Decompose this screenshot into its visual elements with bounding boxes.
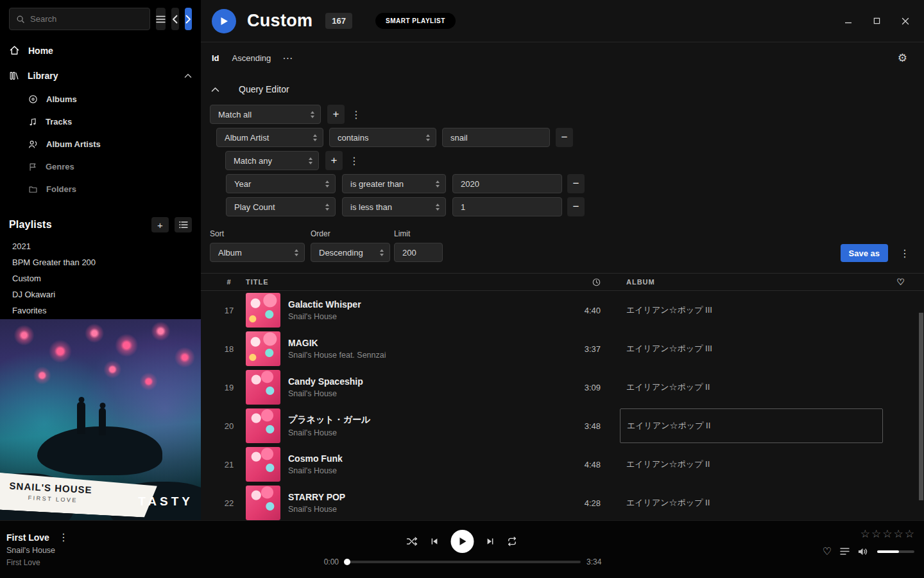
sidebar-item-label: Albums <box>46 94 77 104</box>
total-time: 3:34 <box>586 557 610 566</box>
minus-icon: − <box>573 200 579 213</box>
sidebar-nav: Home Library Albums <box>0 38 201 200</box>
star-icon[interactable]: ☆ <box>894 527 903 541</box>
favorite-heart-icon[interactable]: ♡ <box>823 545 832 557</box>
add-rule-button[interactable]: + <box>325 151 343 170</box>
select-carets-icon <box>380 249 384 256</box>
now-playing-menu-icon[interactable]: ⋮ <box>58 531 67 543</box>
table-row[interactable]: 21 Cosmo Funk Snail's House 4:48 エイリアン☆ポ… <box>201 445 924 484</box>
limit-label: Limit <box>394 229 443 238</box>
column-album[interactable]: ALBUM <box>620 278 883 286</box>
table-row[interactable]: 18 MAGIK Snail's House feat. Sennzai 3:3… <box>201 329 924 368</box>
table-row[interactable]: 17 Galactic Whisper Snail's House 4:40 エ… <box>201 291 924 329</box>
queue-icon[interactable] <box>840 547 850 556</box>
group-menu-icon[interactable]: ⋮ <box>349 155 358 167</box>
rule-value-input[interactable] <box>442 128 550 147</box>
playlist-item[interactable]: BPM Greater than 200 <box>0 254 201 270</box>
next-track-button[interactable] <box>486 537 495 546</box>
playlist-list-button[interactable] <box>175 217 192 232</box>
maximize-button[interactable] <box>873 17 880 24</box>
sort-field-button[interactable]: Id <box>212 53 219 63</box>
star-icon[interactable]: ☆ <box>871 527 881 541</box>
sidebar-item-folders[interactable]: Folders <box>0 178 201 200</box>
match-type-select[interactable]: Match any <box>225 151 319 170</box>
seek-bar[interactable] <box>345 561 581 563</box>
sidebar-item-albums[interactable]: Albums <box>0 88 201 110</box>
album-art-thumbnail <box>246 331 280 366</box>
column-index[interactable]: # <box>218 278 241 286</box>
star-icon[interactable]: ☆ <box>860 527 870 541</box>
seek-handle[interactable] <box>344 559 350 565</box>
add-playlist-button[interactable]: + <box>151 217 169 232</box>
nav-forward-button[interactable] <box>185 8 193 30</box>
rule-operator-select[interactable]: is greater than <box>342 174 446 193</box>
star-icon[interactable]: ☆ <box>905 527 914 541</box>
more-options-icon[interactable]: ⋯ <box>282 52 293 64</box>
chevron-up-icon[interactable] <box>184 73 192 78</box>
track-title: STARRY POP <box>288 492 556 502</box>
rule-operator-select[interactable]: contains <box>329 128 436 147</box>
sidebar-item-tracks[interactable]: Tracks <box>0 110 201 133</box>
column-title[interactable]: TITLE <box>246 278 556 286</box>
minimize-button[interactable] <box>844 17 852 25</box>
query-editor: Query Editor Match all + ⋮ Album Artist … <box>201 82 924 216</box>
sidebar-item-album-artists[interactable]: Album Artists <box>0 133 201 155</box>
collapse-button[interactable] <box>211 87 219 92</box>
star-icon[interactable]: ☆ <box>882 527 892 541</box>
rule-value-input[interactable] <box>452 197 562 216</box>
remove-rule-button[interactable]: − <box>567 197 585 216</box>
table-row[interactable]: 22 STARRY POP Snail's House 4:28 エイリアン☆ポ… <box>201 484 924 520</box>
playlist-item[interactable]: Custom <box>0 270 201 286</box>
menu-button[interactable] <box>156 8 166 30</box>
scrollbar-thumb[interactable] <box>919 313 923 500</box>
hamburger-icon <box>156 15 166 23</box>
sort-direction-button[interactable]: Ascending <box>232 53 271 63</box>
sidebar-item-genres[interactable]: Genres <box>0 155 201 178</box>
track-album: エイリアン☆ポップ II <box>620 381 883 393</box>
remove-rule-button[interactable]: − <box>567 174 585 193</box>
playlist-item[interactable]: 2021 <box>0 238 201 254</box>
search-input[interactable] <box>9 8 150 30</box>
shuffle-button[interactable] <box>407 536 418 547</box>
rule-field-select[interactable]: Year <box>226 174 336 193</box>
rule-field-select[interactable]: Play Count <box>226 197 336 216</box>
nav-back-button[interactable] <box>171 8 179 30</box>
play-playlist-button[interactable] <box>212 9 236 33</box>
group-menu-icon[interactable]: ⋮ <box>351 109 360 121</box>
volume-icon[interactable] <box>858 547 869 556</box>
order-select[interactable]: Descending <box>311 243 390 262</box>
save-as-button[interactable]: Save as <box>841 244 888 262</box>
rule-operator-select[interactable]: is less than <box>342 197 446 216</box>
sort-select[interactable]: Album <box>210 243 305 262</box>
repeat-button[interactable] <box>507 536 518 547</box>
track-count-badge: 167 <box>325 13 352 29</box>
previous-track-button[interactable] <box>430 537 440 546</box>
play-pause-button[interactable] <box>451 530 474 553</box>
table-row[interactable]: 20 プラネット・ガール Snail's House 3:48 エイリアン☆ポッ… <box>201 407 924 445</box>
remove-rule-button[interactable]: − <box>556 128 573 147</box>
settings-gear-icon[interactable]: ⚙ <box>898 51 907 65</box>
track-album: エイリアン☆ポップ II <box>620 497 883 509</box>
add-rule-button[interactable]: + <box>327 105 345 124</box>
query-rule: Album Artist contains − <box>216 128 924 147</box>
search-field[interactable] <box>30 14 143 24</box>
playlist-item[interactable]: DJ Okawari <box>0 286 201 302</box>
favorite-column-icon[interactable]: ♡ <box>883 277 919 287</box>
rule-value-input[interactable] <box>452 174 562 193</box>
chevron-left-icon <box>172 15 178 24</box>
sidebar-item-library[interactable]: Library <box>0 63 201 88</box>
duration-clock-icon[interactable] <box>556 278 601 286</box>
smart-playlist-badge: SMART PLAYLIST <box>375 13 456 29</box>
library-icon <box>9 71 19 81</box>
track-album-focused-cell[interactable]: エイリアン☆ポップ II <box>620 408 883 443</box>
save-menu-icon[interactable]: ⋮ <box>900 247 909 259</box>
volume-slider[interactable] <box>877 550 914 553</box>
rule-field-select[interactable]: Album Artist <box>216 128 323 147</box>
playlist-item[interactable]: Favorites <box>0 302 201 319</box>
table-row[interactable]: 19 Candy Spaceship Snail's House 3:09 エイ… <box>201 368 924 407</box>
close-button[interactable] <box>902 17 909 25</box>
sidebar-item-home[interactable]: Home <box>0 38 201 63</box>
match-type-select[interactable]: Match all <box>210 105 321 124</box>
limit-input[interactable] <box>394 243 443 262</box>
track-artist: Snail's House <box>288 505 556 514</box>
